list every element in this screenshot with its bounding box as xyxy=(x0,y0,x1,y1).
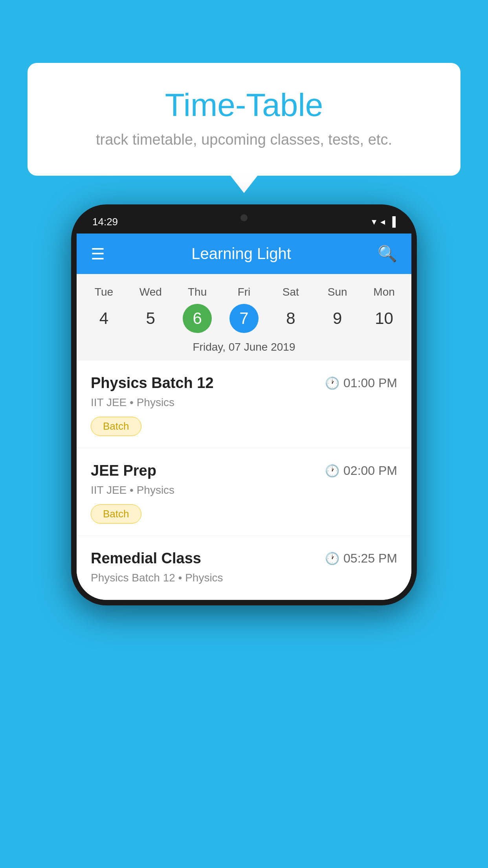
signal-icon: ◂ xyxy=(380,216,385,227)
day-fri[interactable]: Fri xyxy=(221,282,268,302)
clock-icon-3: 🕐 xyxy=(325,552,339,565)
search-icon[interactable]: 🔍 xyxy=(378,245,397,263)
day-wed[interactable]: Wed xyxy=(127,282,174,302)
class-item-3-header: Remedial Class 🕐 05:25 PM xyxy=(91,550,397,567)
app-bar: ☰ Learning Light 🔍 xyxy=(77,234,411,274)
class-meta-2: IIT JEE • Physics xyxy=(91,484,397,497)
date-9[interactable]: 9 xyxy=(314,302,361,335)
clock-icon-2: 🕐 xyxy=(325,464,339,478)
class-list: Physics Batch 12 🕐 01:00 PM IIT JEE • Ph… xyxy=(77,360,411,600)
class-item-2-header: JEE Prep 🕐 02:00 PM xyxy=(91,462,397,479)
class-name-2: JEE Prep xyxy=(91,462,156,479)
clock-icon-1: 🕐 xyxy=(325,376,339,390)
day-thu[interactable]: Thu xyxy=(174,282,221,302)
class-item-3[interactable]: Remedial Class 🕐 05:25 PM Physics Batch … xyxy=(77,536,411,600)
class-meta-1: IIT JEE • Physics xyxy=(91,396,397,409)
camera-dot xyxy=(240,214,248,221)
batch-tag-1: Batch xyxy=(91,417,141,436)
class-meta-3: Physics Batch 12 • Physics xyxy=(91,572,397,584)
day-sat[interactable]: Sat xyxy=(267,282,314,302)
battery-icon: ▐ xyxy=(389,216,396,227)
class-time-3: 🕐 05:25 PM xyxy=(325,551,397,566)
status-time: 14:29 xyxy=(92,216,118,228)
class-time-1: 🕐 01:00 PM xyxy=(325,376,397,390)
class-item-1[interactable]: Physics Batch 12 🕐 01:00 PM IIT JEE • Ph… xyxy=(77,360,411,448)
class-item-2[interactable]: JEE Prep 🕐 02:00 PM IIT JEE • Physics Ba… xyxy=(77,448,411,536)
phone-wrapper: 14:29 ▾ ◂ ▐ ☰ Learning Light 🔍 Tue xyxy=(71,204,417,605)
date-5[interactable]: 5 xyxy=(127,302,174,335)
calendar-strip: Tue Wed Thu Fri Sat Sun Mon 4 5 6 7 8 9 … xyxy=(77,274,411,360)
date-7-selected[interactable]: 7 xyxy=(229,304,259,333)
app-title: Learning Light xyxy=(191,245,291,263)
day-sun[interactable]: Sun xyxy=(314,282,361,302)
date-8[interactable]: 8 xyxy=(267,302,314,335)
phone-frame: 14:29 ▾ ◂ ▐ ☰ Learning Light 🔍 Tue xyxy=(71,204,417,605)
date-6-today[interactable]: 6 xyxy=(183,304,212,333)
phone-screen: ☰ Learning Light 🔍 Tue Wed Thu Fri Sat S… xyxy=(77,234,411,600)
selected-date-label: Friday, 07 June 2019 xyxy=(77,335,411,360)
tooltip-title: Time-Table xyxy=(47,86,441,123)
day-tue[interactable]: Tue xyxy=(81,282,127,302)
menu-icon[interactable]: ☰ xyxy=(91,245,105,263)
class-item-1-header: Physics Batch 12 🕐 01:00 PM xyxy=(91,375,397,392)
class-name-1: Physics Batch 12 xyxy=(91,375,214,392)
class-name-3: Remedial Class xyxy=(91,550,201,567)
status-icons: ▾ ◂ ▐ xyxy=(372,216,396,227)
tooltip-subtitle: track timetable, upcoming classes, tests… xyxy=(47,131,441,148)
day-mon[interactable]: Mon xyxy=(361,282,407,302)
days-header: Tue Wed Thu Fri Sat Sun Mon xyxy=(77,282,411,302)
days-numbers: 4 5 6 7 8 9 10 xyxy=(77,302,411,335)
wifi-icon: ▾ xyxy=(372,216,376,227)
class-time-2: 🕐 02:00 PM xyxy=(325,463,397,478)
tooltip-card: Time-Table track timetable, upcoming cla… xyxy=(28,63,460,176)
status-bar: 14:29 ▾ ◂ ▐ xyxy=(77,210,411,234)
batch-tag-2: Batch xyxy=(91,504,141,524)
date-4[interactable]: 4 xyxy=(81,302,127,335)
date-10[interactable]: 10 xyxy=(361,302,407,335)
notch xyxy=(220,210,268,226)
